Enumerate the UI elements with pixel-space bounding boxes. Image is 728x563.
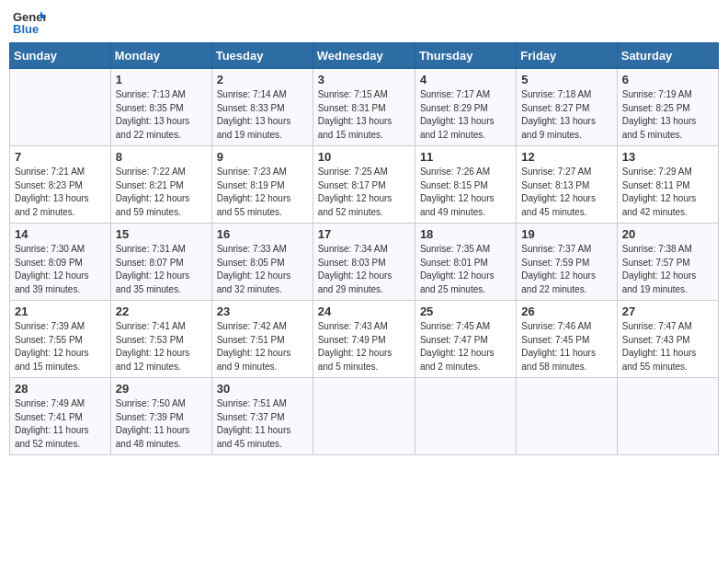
day-info: Sunrise: 7:43 AM Sunset: 7:49 PM Dayligh… — [318, 320, 410, 373]
svg-text:Blue: Blue — [13, 22, 39, 35]
day-number: 15 — [116, 227, 207, 241]
day-number: 20 — [622, 227, 713, 241]
day-number: 27 — [622, 304, 713, 318]
calendar-cell: 18Sunrise: 7:35 AM Sunset: 8:01 PM Dayli… — [415, 224, 516, 301]
page-header: General Blue — [9, 9, 719, 35]
day-info: Sunrise: 7:22 AM Sunset: 8:21 PM Dayligh… — [116, 166, 207, 219]
calendar-cell: 13Sunrise: 7:29 AM Sunset: 8:11 PM Dayli… — [617, 146, 718, 224]
day-info: Sunrise: 7:41 AM Sunset: 7:53 PM Dayligh… — [116, 320, 207, 373]
day-number: 13 — [622, 150, 713, 164]
day-number: 8 — [116, 150, 207, 164]
day-number: 5 — [521, 73, 611, 86]
calendar-cell: 22Sunrise: 7:41 AM Sunset: 7:53 PM Dayli… — [110, 301, 211, 378]
day-number: 28 — [15, 382, 106, 396]
calendar-cell — [313, 378, 415, 455]
day-info: Sunrise: 7:13 AM Sunset: 8:35 PM Dayligh… — [116, 88, 207, 142]
calendar-cell — [517, 378, 617, 455]
calendar-cell: 11Sunrise: 7:26 AM Sunset: 8:15 PM Dayli… — [415, 146, 516, 224]
day-info: Sunrise: 7:49 AM Sunset: 7:41 PM Dayligh… — [15, 397, 106, 451]
calendar-cell: 3Sunrise: 7:15 AM Sunset: 8:31 PM Daylig… — [313, 69, 415, 146]
calendar-cell: 8Sunrise: 7:22 AM Sunset: 8:21 PM Daylig… — [110, 146, 211, 224]
calendar-cell — [10, 69, 111, 146]
day-info: Sunrise: 7:19 AM Sunset: 8:25 PM Dayligh… — [622, 88, 713, 142]
day-info: Sunrise: 7:23 AM Sunset: 8:19 PM Dayligh… — [217, 166, 308, 219]
calendar-cell: 23Sunrise: 7:42 AM Sunset: 7:51 PM Dayli… — [211, 301, 313, 378]
day-info: Sunrise: 7:14 AM Sunset: 8:33 PM Dayligh… — [217, 88, 308, 142]
day-number: 9 — [217, 150, 308, 164]
calendar-header-row: SundayMondayTuesdayWednesdayThursdayFrid… — [10, 43, 719, 69]
column-header-friday: Friday — [517, 43, 617, 69]
day-number: 30 — [217, 382, 308, 396]
day-number: 6 — [622, 73, 713, 86]
day-number: 11 — [420, 150, 511, 164]
logo: General Blue — [13, 9, 48, 35]
day-info: Sunrise: 7:15 AM Sunset: 8:31 PM Dayligh… — [318, 88, 410, 142]
calendar-cell: 29Sunrise: 7:50 AM Sunset: 7:39 PM Dayli… — [110, 378, 211, 455]
logo-icon: General Blue — [13, 9, 46, 35]
calendar-cell: 1Sunrise: 7:13 AM Sunset: 8:35 PM Daylig… — [110, 69, 211, 146]
day-info: Sunrise: 7:21 AM Sunset: 8:23 PM Dayligh… — [15, 166, 106, 219]
day-number: 18 — [420, 227, 511, 241]
day-info: Sunrise: 7:31 AM Sunset: 8:07 PM Dayligh… — [116, 243, 207, 296]
column-header-wednesday: Wednesday — [313, 43, 415, 69]
calendar-cell: 26Sunrise: 7:46 AM Sunset: 7:45 PM Dayli… — [517, 301, 617, 378]
day-number: 4 — [420, 73, 511, 86]
day-info: Sunrise: 7:35 AM Sunset: 8:01 PM Dayligh… — [420, 243, 511, 296]
day-number: 14 — [15, 227, 106, 241]
calendar-cell: 4Sunrise: 7:17 AM Sunset: 8:29 PM Daylig… — [415, 69, 516, 146]
day-info: Sunrise: 7:37 AM Sunset: 7:59 PM Dayligh… — [521, 243, 611, 296]
day-number: 19 — [521, 227, 611, 241]
calendar-week-row: 14Sunrise: 7:30 AM Sunset: 8:09 PM Dayli… — [10, 224, 719, 301]
day-number: 2 — [217, 73, 308, 86]
calendar-cell: 24Sunrise: 7:43 AM Sunset: 7:49 PM Dayli… — [313, 301, 415, 378]
calendar-cell: 25Sunrise: 7:45 AM Sunset: 7:47 PM Dayli… — [415, 301, 516, 378]
column-header-sunday: Sunday — [10, 43, 111, 69]
day-info: Sunrise: 7:50 AM Sunset: 7:39 PM Dayligh… — [116, 397, 207, 451]
day-info: Sunrise: 7:33 AM Sunset: 8:05 PM Dayligh… — [217, 243, 308, 296]
day-info: Sunrise: 7:18 AM Sunset: 8:27 PM Dayligh… — [521, 88, 611, 142]
day-number: 23 — [217, 304, 308, 318]
day-number: 12 — [521, 150, 611, 164]
day-info: Sunrise: 7:46 AM Sunset: 7:45 PM Dayligh… — [521, 320, 611, 373]
calendar-cell: 6Sunrise: 7:19 AM Sunset: 8:25 PM Daylig… — [617, 69, 718, 146]
calendar-week-row: 21Sunrise: 7:39 AM Sunset: 7:55 PM Dayli… — [10, 301, 719, 378]
day-info: Sunrise: 7:39 AM Sunset: 7:55 PM Dayligh… — [15, 320, 106, 373]
day-number: 26 — [521, 304, 611, 318]
day-number: 1 — [116, 73, 207, 86]
day-info: Sunrise: 7:25 AM Sunset: 8:17 PM Dayligh… — [318, 166, 410, 219]
day-number: 25 — [420, 304, 511, 318]
calendar-cell: 17Sunrise: 7:34 AM Sunset: 8:03 PM Dayli… — [313, 224, 415, 301]
day-info: Sunrise: 7:17 AM Sunset: 8:29 PM Dayligh… — [420, 88, 511, 142]
calendar-cell: 9Sunrise: 7:23 AM Sunset: 8:19 PM Daylig… — [211, 146, 313, 224]
day-info: Sunrise: 7:42 AM Sunset: 7:51 PM Dayligh… — [217, 320, 308, 373]
calendar-cell: 2Sunrise: 7:14 AM Sunset: 8:33 PM Daylig… — [211, 69, 313, 146]
calendar-cell: 30Sunrise: 7:51 AM Sunset: 7:37 PM Dayli… — [211, 378, 313, 455]
calendar-cell: 16Sunrise: 7:33 AM Sunset: 8:05 PM Dayli… — [211, 224, 313, 301]
calendar-cell: 5Sunrise: 7:18 AM Sunset: 8:27 PM Daylig… — [517, 69, 617, 146]
day-info: Sunrise: 7:47 AM Sunset: 7:43 PM Dayligh… — [622, 320, 713, 373]
calendar-cell: 12Sunrise: 7:27 AM Sunset: 8:13 PM Dayli… — [517, 146, 617, 224]
calendar-cell: 21Sunrise: 7:39 AM Sunset: 7:55 PM Dayli… — [10, 301, 111, 378]
calendar-cell: 14Sunrise: 7:30 AM Sunset: 8:09 PM Dayli… — [10, 224, 111, 301]
column-header-thursday: Thursday — [415, 43, 516, 69]
day-number: 17 — [318, 227, 410, 241]
day-number: 24 — [318, 304, 410, 318]
day-number: 3 — [318, 73, 410, 86]
calendar-cell: 27Sunrise: 7:47 AM Sunset: 7:43 PM Dayli… — [617, 301, 718, 378]
column-header-saturday: Saturday — [617, 43, 718, 69]
day-info: Sunrise: 7:51 AM Sunset: 7:37 PM Dayligh… — [217, 397, 308, 451]
day-info: Sunrise: 7:34 AM Sunset: 8:03 PM Dayligh… — [318, 243, 410, 296]
calendar-week-row: 1Sunrise: 7:13 AM Sunset: 8:35 PM Daylig… — [10, 69, 719, 146]
calendar-cell — [617, 378, 718, 455]
day-number: 10 — [318, 150, 410, 164]
day-info: Sunrise: 7:29 AM Sunset: 8:11 PM Dayligh… — [622, 166, 713, 219]
day-info: Sunrise: 7:45 AM Sunset: 7:47 PM Dayligh… — [420, 320, 511, 373]
calendar-body: 1Sunrise: 7:13 AM Sunset: 8:35 PM Daylig… — [10, 69, 719, 455]
calendar-week-row: 7Sunrise: 7:21 AM Sunset: 8:23 PM Daylig… — [10, 146, 719, 224]
day-number: 21 — [15, 304, 106, 318]
calendar-cell: 10Sunrise: 7:25 AM Sunset: 8:17 PM Dayli… — [313, 146, 415, 224]
day-info: Sunrise: 7:27 AM Sunset: 8:13 PM Dayligh… — [521, 166, 611, 219]
column-header-tuesday: Tuesday — [211, 43, 313, 69]
column-header-monday: Monday — [110, 43, 211, 69]
day-number: 22 — [116, 304, 207, 318]
